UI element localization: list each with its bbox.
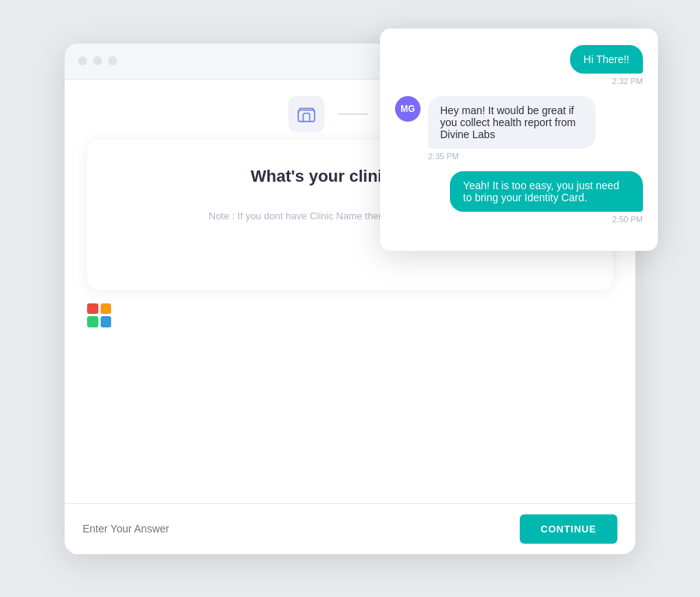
- chat-popup: Hi There!! 2:32 PM MG Hey man! It would …: [380, 29, 658, 251]
- logo-cell-red: [87, 303, 98, 315]
- chat-bubble-right-3: Yeah! It is too easy, you just need to b…: [450, 171, 643, 212]
- chat-message-2: MG Hey man! It would be great if you col…: [395, 96, 643, 161]
- chat-time-2: 2:35 PM: [428, 152, 643, 161]
- avatar-mg: MG: [395, 96, 421, 122]
- outer-card: What's your clinic name? Note : If you d…: [65, 44, 635, 554]
- logo-area: [65, 290, 635, 341]
- answer-input[interactable]: [83, 523, 511, 535]
- step-store-icon: [288, 96, 324, 132]
- chat-left-col-2: Hey man! It would be great if you collec…: [428, 96, 643, 161]
- step-divider-1: [338, 113, 368, 115]
- app-logo: [87, 303, 111, 327]
- logo-cell-blue: [101, 316, 112, 327]
- chat-time-3: 2:50 PM: [612, 215, 643, 224]
- top-bar-dot-2: [93, 56, 102, 65]
- logo-cell-orange: [101, 303, 112, 315]
- bottom-input-bar: CONTINUE: [65, 503, 635, 554]
- logo-cell-green: [87, 316, 98, 327]
- top-bar-dot-1: [78, 56, 87, 65]
- continue-button[interactable]: CONTINUE: [520, 514, 617, 544]
- chat-bubble-right-1: Hi There!!: [570, 45, 643, 74]
- chat-bubble-left-2: Hey man! It would be great if you collec…: [428, 96, 596, 149]
- top-bar-dot-3: [108, 56, 117, 65]
- chat-time-1: 2:32 PM: [612, 77, 643, 86]
- chat-message-3: Yeah! It is too easy, you just need to b…: [395, 171, 643, 224]
- chat-message-1: Hi There!! 2:32 PM: [395, 45, 643, 86]
- svg-rect-0: [298, 110, 315, 121]
